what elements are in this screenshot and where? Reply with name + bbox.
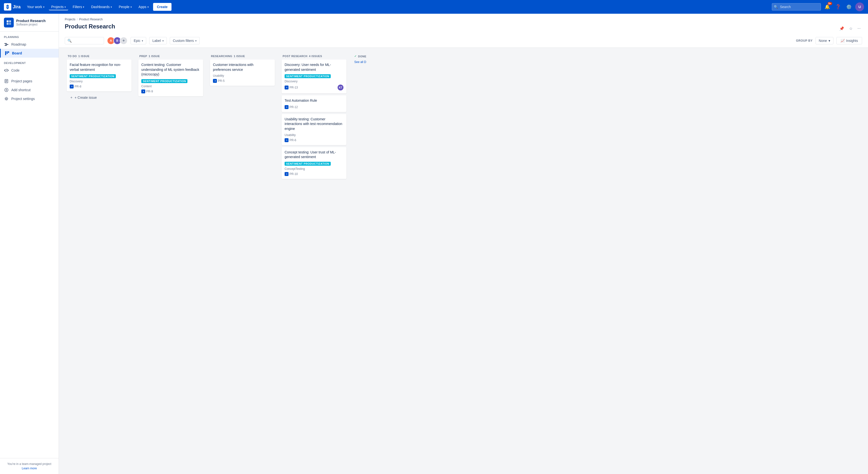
group-by-select[interactable]: None ▾: [815, 37, 833, 44]
svg-rect-3: [9, 23, 11, 25]
card-avatar: KT: [338, 84, 343, 91]
sidebar-item-roadmap[interactable]: Roadmap: [0, 40, 59, 49]
footer-text: You're in a team-managed project: [4, 462, 55, 466]
card-footer: PR-13 KT: [285, 84, 343, 91]
card-pr-5[interactable]: Customer interactions with preferences s…: [210, 60, 275, 86]
issue-key: PR-9: [141, 90, 153, 93]
chevron-down-icon: ▾: [83, 6, 84, 8]
sidebar: Product Research Software project PLANNI…: [0, 14, 59, 474]
issue-type-icon: [285, 172, 288, 176]
issue-type-icon: [285, 105, 288, 109]
breadcrumb-current[interactable]: Product Research: [79, 18, 103, 21]
user-avatar[interactable]: U: [855, 2, 864, 11]
sidebar-item-label: Project settings: [11, 97, 35, 101]
learn-more-link[interactable]: Learn more: [4, 467, 55, 470]
card-footer: PR-12: [285, 105, 343, 109]
title-actions: 📌 ☆ ···: [838, 25, 862, 32]
issue-type-icon: [213, 79, 217, 83]
column-header-researching: RESEARCHING 1 ISSUE: [208, 52, 277, 60]
column-post-research: POST RESEARCH 4 ISSUES Discovery: User n…: [280, 52, 348, 470]
card-pr-13[interactable]: Discovery: User needs for ML-generated s…: [282, 60, 346, 93]
card-footer: PR-9: [141, 90, 200, 93]
board-search-input[interactable]: [73, 39, 102, 43]
sidebar-item-board[interactable]: Board: [0, 49, 59, 58]
notifications-button[interactable]: 🔔 9+: [823, 2, 832, 11]
column-title-researching: RESEARCHING 1 ISSUE: [211, 55, 274, 58]
card-label: ConceptTesting: [285, 167, 343, 171]
nav-apps[interactable]: Apps ▾: [136, 3, 151, 10]
sidebar-footer: You're in a team-managed project Learn m…: [0, 458, 59, 474]
card-pr-12[interactable]: Test Automation Rule PR-12: [282, 95, 346, 112]
gear-icon: ⚙️: [846, 4, 851, 9]
issue-type-icon: [285, 138, 288, 142]
column-cards-todo: Facial feature recognition for non-verba…: [65, 60, 133, 470]
roadmap-icon: [4, 42, 9, 47]
search-input[interactable]: [772, 3, 821, 10]
sidebar-item-add-shortcut[interactable]: Add shortcut: [0, 86, 59, 94]
card-label: Content: [141, 84, 200, 88]
sidebar-item-label: Add shortcut: [11, 88, 31, 92]
search-wrapper: 🔍: [772, 3, 821, 10]
card-label: Discovery: [70, 80, 129, 83]
card-pr-9[interactable]: Content testing: Customer understanding …: [138, 60, 203, 96]
sidebar-item-code[interactable]: Code: [0, 66, 59, 75]
logo-text: Jira: [13, 4, 21, 9]
sidebar-item-project-settings[interactable]: Project settings: [0, 94, 59, 103]
card-pr-6[interactable]: Usability testing: Customer interactions…: [282, 114, 346, 145]
card-pr-10[interactable]: Concept testing: User trust of ML-genera…: [282, 147, 346, 179]
column-header-post-research: POST RESEARCH 4 ISSUES: [280, 52, 348, 60]
label-filter-button[interactable]: Label ▾: [149, 37, 166, 44]
insights-button[interactable]: 📈 Insights: [836, 37, 862, 44]
create-button[interactable]: Create: [153, 3, 172, 11]
main-content: Projects / Product Research Product Rese…: [59, 14, 868, 474]
star-button[interactable]: ☆: [848, 25, 854, 32]
help-button[interactable]: ❓: [834, 2, 842, 11]
column-todo: TO DO 1 ISSUE Facial feature recognition…: [65, 52, 133, 470]
chevron-down-icon: ▾: [130, 6, 132, 8]
see-all-done[interactable]: See all D: [354, 60, 366, 64]
issue-key: PR-10: [285, 172, 298, 176]
chevron-down-icon: ▾: [64, 6, 66, 8]
svg-rect-6: [5, 45, 7, 46]
card-pr-8[interactable]: Facial feature recognition for non-verba…: [67, 60, 131, 92]
issue-type-icon: [285, 86, 288, 90]
svg-point-12: [6, 98, 7, 100]
svg-rect-4: [4, 43, 7, 44]
issue-type-icon: [70, 84, 73, 89]
card-title: Concept testing: User trust of ML-genera…: [285, 150, 343, 160]
pages-icon: [4, 79, 9, 83]
nav-people[interactable]: People ▾: [116, 3, 134, 10]
more-options-button[interactable]: ···: [856, 25, 862, 32]
column-header-done: ✓ DONE See all D: [351, 52, 400, 66]
svg-rect-5: [5, 44, 8, 45]
chevron-down-icon: ▾: [142, 39, 143, 42]
chevron-down-icon: ▾: [43, 6, 44, 8]
column-cards-researching: Customer interactions with preferences s…: [208, 60, 277, 470]
custom-filters-button[interactable]: Custom filters ▾: [170, 37, 200, 44]
sidebar-item-project-pages[interactable]: Project pages: [0, 77, 59, 86]
card-label: Usability: [213, 74, 272, 77]
project-type: Software project: [16, 23, 55, 26]
development-section-label: DEVELOPMENT: [0, 58, 59, 66]
nav-your-work[interactable]: Your work ▾: [25, 3, 47, 10]
settings-button[interactable]: ⚙️: [844, 2, 853, 11]
group-by-label: GROUP BY: [796, 39, 812, 42]
logo[interactable]: Jira: [4, 3, 21, 10]
avatar-add-button[interactable]: +: [120, 37, 128, 45]
epic-filter-button[interactable]: Epic ▾: [130, 37, 146, 44]
project-icon: [4, 18, 14, 28]
issue-key: PR-8: [70, 84, 81, 89]
sidebar-item-label: Project pages: [11, 79, 32, 83]
card-title: Discovery: User needs for ML-generated s…: [285, 63, 343, 72]
jira-logo-icon: [4, 3, 11, 10]
pin-button[interactable]: 📌: [838, 25, 846, 32]
chevron-down-icon: ▾: [195, 39, 196, 42]
breadcrumb-projects[interactable]: Projects: [65, 18, 75, 21]
sidebar-item-label: Code: [11, 68, 20, 72]
nav-dashboards[interactable]: Dashboards ▾: [89, 3, 114, 10]
help-icon: ❓: [835, 4, 841, 9]
nav-projects[interactable]: Projects ▾: [49, 3, 68, 10]
column-prep: PREP 1 ISSUE Content testing: Customer u…: [136, 52, 205, 470]
nav-filters[interactable]: Filters ▾: [70, 3, 87, 10]
create-issue-button-todo[interactable]: ＋ + Create issue: [67, 93, 131, 102]
